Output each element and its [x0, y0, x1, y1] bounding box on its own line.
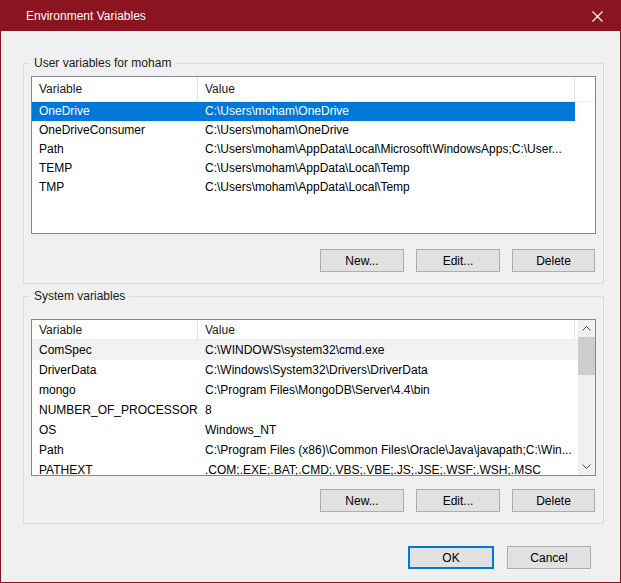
- value-cell: Windows_NT: [198, 420, 578, 440]
- scroll-up-button[interactable]: [578, 320, 595, 337]
- table-row[interactable]: NUMBER_OF_PROCESSORS 8: [32, 400, 578, 420]
- variable-cell: mongo: [32, 380, 198, 400]
- table-row[interactable]: ComSpec C:\WINDOWS\system32\cmd.exe: [32, 340, 578, 360]
- variable-cell: NUMBER_OF_PROCESSORS: [32, 400, 198, 420]
- title-bar[interactable]: Environment Variables: [1, 1, 620, 31]
- variable-cell: PATHEXT: [32, 460, 198, 476]
- system-variables-table[interactable]: Variable Value ComSpec C:\WINDOWS\system…: [31, 319, 596, 476]
- user-header-variable[interactable]: Variable: [32, 77, 198, 101]
- system-edit-button[interactable]: Edit...: [416, 489, 500, 512]
- vertical-scrollbar[interactable]: [578, 320, 595, 475]
- table-row[interactable]: OneDrive C:\Users\moham\OneDrive: [32, 102, 575, 121]
- variable-cell: ComSpec: [32, 340, 198, 360]
- table-row[interactable]: TEMP C:\Users\moham\AppData\Local\Temp: [32, 159, 575, 178]
- chevron-up-icon: [582, 326, 591, 331]
- user-variables-group-label: User variables for moham: [30, 56, 175, 70]
- table-row[interactable]: OneDriveConsumer C:\Users\moham\OneDrive: [32, 121, 575, 140]
- scrollbar-thumb[interactable]: [578, 337, 595, 375]
- table-row[interactable]: Path C:\Program Files (x86)\Common Files…: [32, 440, 578, 460]
- value-cell: C:\Users\moham\OneDrive: [198, 102, 575, 121]
- value-cell: C:\Users\moham\AppData\Local\Temp: [198, 159, 575, 178]
- table-row[interactable]: PATHEXT .COM;.EXE;.BAT;.CMD;.VBS;.VBE;.J…: [32, 460, 578, 476]
- variable-cell: DriverData: [32, 360, 198, 380]
- variable-cell: Path: [32, 440, 198, 460]
- system-variables-group-label: System variables: [30, 289, 129, 303]
- value-cell: C:\Windows\System32\Drivers\DriverData: [198, 360, 578, 380]
- value-cell: .COM;.EXE;.BAT;.CMD;.VBS;.VBE;.JS;.JSE;.…: [198, 460, 578, 476]
- value-cell: C:\Users\moham\AppData\Local\Microsoft\W…: [198, 140, 575, 159]
- variable-cell: TMP: [32, 178, 198, 197]
- ok-button[interactable]: OK: [408, 546, 494, 569]
- user-table-header: Variable Value: [32, 77, 595, 102]
- variable-cell: Path: [32, 140, 198, 159]
- user-variables-table[interactable]: Variable Value OneDrive C:\Users\moham\O…: [31, 76, 596, 234]
- value-cell: C:\WINDOWS\system32\cmd.exe: [198, 340, 578, 360]
- environment-variables-dialog: Environment Variables User variables for…: [0, 0, 621, 583]
- cancel-button[interactable]: Cancel: [507, 546, 591, 569]
- scroll-down-button[interactable]: [578, 458, 595, 475]
- user-header-value[interactable]: Value: [198, 77, 575, 101]
- close-icon: [592, 11, 603, 22]
- window-title: Environment Variables: [26, 1, 146, 31]
- user-edit-button[interactable]: Edit...: [416, 249, 500, 272]
- table-row[interactable]: OS Windows_NT: [32, 420, 578, 440]
- user-new-button[interactable]: New...: [320, 249, 404, 272]
- system-new-button[interactable]: New...: [320, 489, 404, 512]
- resize-grip[interactable]: [612, 574, 614, 576]
- close-button[interactable]: [575, 1, 620, 31]
- value-cell: C:\Users\moham\OneDrive: [198, 121, 575, 140]
- variable-cell: OneDrive: [32, 102, 198, 121]
- table-row[interactable]: DriverData C:\Windows\System32\Drivers\D…: [32, 360, 578, 380]
- variable-cell: OS: [32, 420, 198, 440]
- value-cell: C:\Program Files (x86)\Common Files\Orac…: [198, 440, 578, 460]
- variable-cell: TEMP: [32, 159, 198, 178]
- system-delete-button[interactable]: Delete: [512, 489, 595, 512]
- system-header-value[interactable]: Value: [198, 320, 575, 339]
- table-row[interactable]: Path C:\Users\moham\AppData\Local\Micros…: [32, 140, 575, 159]
- user-delete-button[interactable]: Delete: [512, 249, 595, 272]
- system-header-variable[interactable]: Variable: [32, 320, 198, 339]
- value-cell: C:\Users\moham\AppData\Local\Temp: [198, 178, 575, 197]
- table-row[interactable]: mongo C:\Program Files\MongoDB\Server\4.…: [32, 380, 578, 400]
- value-cell: C:\Program Files\MongoDB\Server\4.4\bin: [198, 380, 578, 400]
- variable-cell: OneDriveConsumer: [32, 121, 198, 140]
- value-cell: 8: [198, 400, 578, 420]
- chevron-down-icon: [582, 464, 591, 469]
- system-table-header: Variable Value: [32, 320, 595, 340]
- table-row[interactable]: TMP C:\Users\moham\AppData\Local\Temp: [32, 178, 575, 197]
